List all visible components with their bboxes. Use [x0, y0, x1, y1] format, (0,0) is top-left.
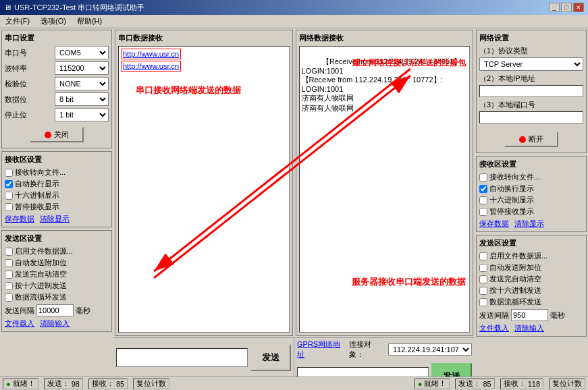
send-cb4-row: 按十六进制发送 [5, 281, 109, 291]
net-send-cb5-label: 数据流循环发送 [489, 297, 541, 307]
check-label: 检验位 [5, 79, 37, 89]
net-save-data-link[interactable]: 保存数据 [479, 219, 509, 229]
reset-count-label: 复位计数 [136, 379, 166, 389]
close-label: 关闭 [54, 130, 69, 140]
net-recv-title: 网络数据接收 [299, 33, 471, 43]
left-send-title: 发送区设置 [5, 233, 109, 244]
recv-cb2-row: 自动换行显示 [5, 179, 109, 189]
net-recv-cb3-label: 十六进制显示 [489, 195, 534, 205]
minimize-button[interactable]: _ [549, 3, 560, 12]
baud-label: 波特率 [5, 63, 37, 74]
recv-cb2[interactable] [5, 180, 13, 188]
right-recv-title: 接收区设置 [479, 159, 583, 169]
net-disconnect-button[interactable]: 断开 [504, 132, 558, 147]
reset-count-button[interactable]: 复位计数 [133, 379, 169, 389]
status-bar: ● 就绪！ 发送： 98 接收： 85 复位计数 ● 就绪！ 发送： 85 接收… [0, 377, 588, 390]
net-send-cb1[interactable] [479, 252, 487, 260]
local-port-label: （3）本地端口号 [479, 100, 583, 110]
net-reset-count-button[interactable]: 复位计数 [549, 379, 585, 389]
app-icon: 🖥 [4, 3, 11, 11]
net-clear-display-link[interactable]: 清除显示 [514, 219, 544, 229]
left-ready-text: 就绪！ [13, 379, 35, 389]
net-recv-cb1[interactable] [479, 173, 487, 182]
serial-recv-title: 串口数据接收 [118, 33, 290, 43]
url-line1: http://www.usr.cn [121, 49, 181, 59]
local-ip-input[interactable]: 192.168.0 .120 [479, 85, 583, 97]
net-recv-cb4[interactable] [479, 208, 487, 216]
send-cb3-label: 发送完自动清空 [15, 269, 67, 279]
menu-options[interactable]: 选项(O) [38, 16, 69, 27]
serial-send-button[interactable]: 发送 [250, 344, 291, 371]
net-send-cb5-row: 数据流循环发送 [479, 297, 583, 307]
interval-input[interactable] [36, 304, 74, 316]
serial-settings-panel: 串口设置 串口号 COM5 波特率 115200 检验位 NONE 数 [1, 30, 112, 148]
recv-cb1[interactable] [5, 169, 13, 177]
net-send-cb1-row: 启用文件数据源... [479, 251, 583, 261]
interval-row: 发送间隔 毫秒 [5, 304, 109, 316]
send-cb1[interactable] [5, 248, 13, 256]
serial-send-input[interactable]: 济南有人物联网 [116, 348, 248, 367]
net-settings-title: 网络设置 [479, 33, 583, 43]
baud-select[interactable]: 115200 [55, 61, 109, 75]
menu-file[interactable]: 文件(F) [3, 16, 32, 27]
net-send-cb4[interactable] [479, 287, 487, 295]
file-load-link[interactable]: 文件载入 [5, 318, 34, 329]
net-interval-input[interactable] [511, 309, 548, 321]
menu-bar: 文件(F) 选项(O) 帮助(H) [0, 15, 588, 28]
net-recv-cb3[interactable] [479, 196, 487, 204]
send-cb5[interactable] [5, 294, 13, 302]
save-data-link[interactable]: 保存数据 [5, 214, 34, 224]
net-clear-input-link[interactable]: 清除输入 [514, 323, 544, 333]
baud-row: 波特率 115200 [5, 61, 109, 75]
serial-send-area: 济南有人物联网 发送 [113, 338, 294, 377]
left-send-label: 发送： [47, 379, 70, 389]
recv-link-row: 保存数据 清除显示 [5, 214, 109, 224]
net-send-cb5[interactable] [479, 298, 487, 306]
net-interval-row: 发送间隔 毫秒 [479, 309, 583, 321]
check-select[interactable]: NONE [55, 77, 109, 90]
data-row: 数据位 8 bit [5, 92, 109, 106]
recv-cb4[interactable] [5, 203, 13, 211]
send-cb2[interactable] [5, 259, 13, 267]
check-row: 检验位 NONE [5, 77, 109, 90]
protocol-select[interactable]: TCP Server [479, 57, 583, 71]
net-send-input[interactable]: http://www.usr.cn [297, 367, 429, 377]
net-recv-cb4-label: 暂停接收显示 [489, 206, 534, 217]
recv-cb1-row: 接收转向文件... [5, 167, 109, 177]
net-file-load-link[interactable]: 文件载入 [479, 323, 509, 333]
net-recv-cb4-row: 暂停接收显示 [479, 206, 583, 217]
local-port-input[interactable]: 23419 [479, 111, 583, 123]
right-ready-icon: ● [418, 380, 423, 388]
recv-cb4-label: 暂停接收显示 [15, 202, 59, 212]
data-select[interactable]: 8 bit [55, 92, 109, 106]
maximize-button[interactable]: □ [561, 3, 572, 12]
send-cb4[interactable] [5, 282, 13, 290]
send-cb3-row: 发送完自动清空 [5, 269, 109, 279]
stop-select[interactable]: 1 bit [55, 108, 109, 121]
net-send-button[interactable]: 发送 [431, 363, 472, 377]
port-row: 串口号 COM5 [5, 46, 109, 59]
title-bar: 🖥 USR-TCP232-Test 串口转网络调试助手 _ □ ✕ [0, 0, 588, 15]
net-recv-cb2[interactable] [479, 185, 487, 193]
serial-recv-panel: 串口数据接收 http://www.usr.cn http://www.usr.… [115, 30, 293, 336]
menu-help[interactable]: 帮助(H) [74, 16, 105, 27]
local-ip-label: （2）本地IP地址 [479, 74, 583, 84]
right-ready-segment: ● 就绪！ [415, 379, 450, 389]
port-select[interactable]: COM5 [55, 46, 109, 59]
recv-cb3[interactable] [5, 192, 13, 200]
bottom-send-area: 济南有人物联网 发送 GPRS网络地址 连接对象： 112.224.19.241… [113, 337, 475, 377]
net-send-cb3-label: 发送完自动清空 [489, 274, 541, 284]
send-cb1-row: 启用文件数据源... [5, 246, 109, 256]
net-send-cb2[interactable] [479, 264, 487, 272]
right-send-title: 发送区设置 [479, 238, 583, 248]
clear-input-link[interactable]: 清除输入 [40, 318, 70, 329]
net-recv-link-row: 保存数据 清除显示 [479, 219, 583, 229]
stop-row: 停止位 1 bit [5, 108, 109, 121]
clear-display-link[interactable]: 清除显示 [40, 214, 70, 224]
close-button[interactable]: ✕ [573, 3, 584, 12]
connect-label: 连接对象： [349, 339, 385, 360]
send-cb3[interactable] [5, 271, 13, 279]
net-send-cb3[interactable] [479, 275, 487, 283]
serial-close-button[interactable]: 关闭 [30, 127, 84, 142]
connect-select[interactable]: 112.224.19.241:107 [388, 343, 472, 356]
